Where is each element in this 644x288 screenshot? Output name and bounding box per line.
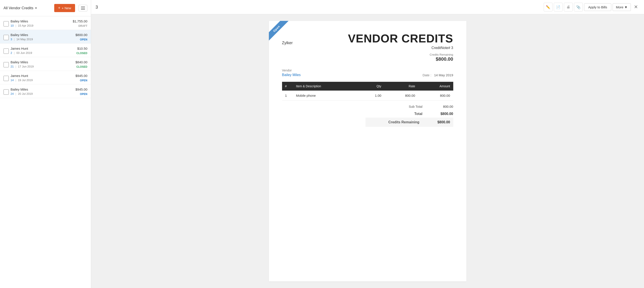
credits-remaining-label: Credits Remaining [348,53,453,56]
vendor-date: 17 Jun 2019 [18,65,34,68]
vendor-list-item[interactable]: Bailey Miles 3 | 14 May 2019 $800.00 OPE… [0,30,91,44]
vendor-name: James Hunt [10,74,74,78]
edit-icon: ✏️ [546,5,550,9]
col-number: # [282,82,293,91]
document: Open Zylker VENDOR CREDITS CreditNote# 3… [269,21,466,281]
row-rate: 800.00 [384,91,418,101]
vendor-info: Bailey Miles 21 | 17 Jun 2019 [10,60,74,68]
items-table: # Item & Description Qty Rate Amount 1 M… [282,82,453,101]
doc-area: Open Zylker VENDOR CREDITS CreditNote# 3… [91,14,644,288]
vendor-number[interactable]: 21 [10,65,14,68]
vendor-amount: $10.50 [77,47,87,50]
vendor-status: CLOSED [76,52,87,55]
vendor-info: Bailey Miles 3 | 14 May 2019 [10,33,74,41]
vendor-right: $1,755.00 DRAFT [73,19,87,28]
ribbon-wrapper: Open [269,21,293,45]
vendor-status: CLOSED [76,65,87,68]
vendor-list-item[interactable]: Bailey Miles 10 | 15 Apr 2019 $1,755.00 … [0,16,91,30]
vendor-list: Bailey Miles 10 | 15 Apr 2019 $1,755.00 … [0,16,91,288]
separator: | [14,51,14,55]
col-qty: Qty [358,82,384,91]
credit-note-number: CreditNote# 3 [348,46,453,50]
footer-credits-row: Credits Remaining $800.00 [366,118,453,127]
vendor-date: 15 Apr 2019 [18,24,33,27]
date-value: 14 May 2019 [434,73,453,77]
vendor-meta: 3 | 14 May 2019 [10,38,74,41]
more-button[interactable]: More ▼ [612,3,631,11]
menu-button[interactable] [78,5,87,12]
vendor-meta: 24 | 20 Jul 2019 [10,92,74,95]
doc-totals: Sub Total 800.00 Total $800.00 Credits R… [282,103,453,127]
vendor-date: 14 May 2019 [16,38,33,41]
vendor-number[interactable]: 2 [10,51,12,55]
hamburger-line [81,7,85,7]
separator: | [15,78,16,82]
close-button[interactable]: ✕ [632,3,640,11]
credits-remaining-value: $800.00 [348,56,453,62]
sidebar: All Vendor Credits ▼ + + New Bailey Mile… [0,0,91,288]
vendor-checkbox[interactable] [4,20,9,28]
vendor-checkbox[interactable] [4,61,9,68]
status-ribbon: Open [269,21,289,41]
total-value: $800.00 [436,112,453,116]
row-num: 1 [282,91,293,101]
vendor-list-item[interactable]: James Hunt 14 | 19 Jul 2019 $945.00 OPEN [0,71,91,84]
total-row: Total $800.00 [374,110,453,118]
sidebar-header: All Vendor Credits ▼ + + New [0,0,91,16]
vendor-right: $10.50 CLOSED [76,47,87,55]
vendor-checkbox[interactable] [4,88,9,96]
vendor-name: Bailey Miles [10,19,71,23]
vendor-list-item[interactable]: James Hunt 2 | 03 Jun 2019 $10.50 CLOSED [0,44,91,57]
vendor-right: $840.00 CLOSED [76,60,87,68]
apply-to-bills-button[interactable]: Apply to Bills [584,3,611,11]
sidebar-title[interactable]: All Vendor Credits ▼ [4,6,37,10]
vendor-checkbox[interactable] [4,75,9,82]
vendor-right: $800.00 OPEN [76,33,87,41]
plus-icon: + [58,6,60,10]
main-toolbar: 3 ✏️ 📄 🖨 📎 Apply to Bills More ▼ ✕ [91,0,644,14]
sidebar-title-text: All Vendor Credits [4,6,33,10]
chevron-down-icon: ▼ [35,7,37,10]
record-number: 3 [96,5,98,10]
print-icon: 🖨 [566,5,570,9]
vendor-meta: 10 | 15 Apr 2019 [10,24,71,27]
vendor-number[interactable]: 14 [10,78,14,82]
vendor-status: DRAFT [78,24,87,28]
separator: | [15,92,16,95]
new-button[interactable]: + + New [54,4,75,12]
subtotal-value: 800.00 [436,105,453,108]
vendor-checkbox[interactable] [4,34,9,41]
vendor-amount: $800.00 [76,33,87,37]
vendor-name: James Hunt [10,47,75,50]
pdf-button[interactable]: 📄 [554,3,562,12]
attach-button[interactable]: 📎 [574,3,583,12]
vendor-number[interactable]: 3 [10,38,12,41]
vendor-number[interactable]: 10 [10,24,14,27]
pdf-icon: 📄 [556,5,560,9]
vendor-status: OPEN [80,79,87,82]
subtotal-row: Sub Total 800.00 [374,103,453,110]
vendor-info: James Hunt 2 | 03 Jun 2019 [10,47,75,55]
date-label: Date : [422,73,431,77]
vendor-amount: $840.00 [76,60,87,64]
attach-icon: 📎 [576,5,580,9]
vendor-amount: $945.00 [76,87,87,91]
row-description: Mobile phone [293,91,358,101]
subtotal-label: Sub Total [409,105,422,108]
vendor-checkbox[interactable] [4,48,9,55]
vendor-list-item[interactable]: Bailey Miles 24 | 20 Jul 2019 $945.00 OP… [0,84,91,98]
doc-date-block: Date : 14 May 2019 [422,73,453,77]
vendor-name[interactable]: Bailey Miles [282,73,301,77]
separator: | [15,65,16,68]
col-rate: Rate [384,82,418,91]
footer-credits-label: Credits Remaining [388,120,419,124]
doc-header: Zylker VENDOR CREDITS CreditNote# 3 Cred… [282,32,453,62]
row-qty: 1.00 [358,91,384,101]
print-button[interactable]: 🖨 [564,3,573,12]
edit-button[interactable]: ✏️ [544,3,552,12]
vendor-name: Bailey Miles [10,60,74,64]
vendor-meta: 2 | 03 Jun 2019 [10,51,75,55]
vendor-number[interactable]: 24 [10,92,14,95]
col-amount: Amount [418,82,453,91]
vendor-list-item[interactable]: Bailey Miles 21 | 17 Jun 2019 $840.00 CL… [0,57,91,71]
